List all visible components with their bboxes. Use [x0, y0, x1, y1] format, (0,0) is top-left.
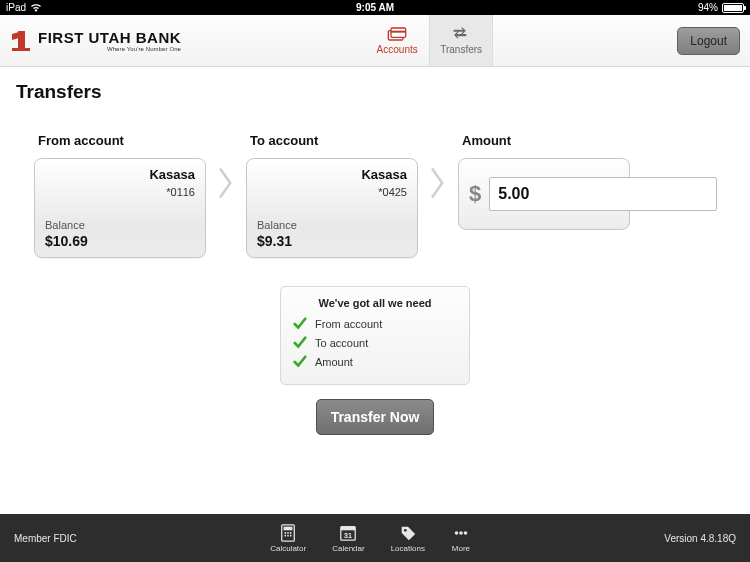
- to-label: To account: [250, 133, 418, 148]
- currency-symbol: $: [469, 181, 481, 207]
- amount-card: $: [458, 158, 630, 230]
- more-dots-icon: [451, 524, 471, 542]
- from-account-mask: *0116: [45, 186, 195, 198]
- brand-mark-icon: [10, 31, 34, 51]
- svg-point-15: [455, 531, 459, 535]
- cards-icon: [386, 26, 408, 42]
- bottom-toolbar: Member FDIC Calculator 31 Calendar Locat…: [0, 514, 750, 562]
- tool-label: Calendar: [332, 544, 364, 553]
- to-account-name: Kasasa: [257, 167, 407, 182]
- svg-point-7: [290, 532, 292, 534]
- device-label: iPad: [6, 2, 26, 13]
- check-icon: [293, 355, 307, 369]
- to-balance: $9.31: [257, 233, 407, 249]
- transfer-arrows-icon: [450, 26, 472, 42]
- from-balance: $10.69: [45, 233, 195, 249]
- svg-point-5: [285, 532, 287, 534]
- tab-accounts[interactable]: Accounts: [365, 15, 429, 66]
- from-balance-label: Balance: [45, 219, 195, 231]
- check-icon: [293, 336, 307, 350]
- to-balance-label: Balance: [257, 219, 407, 231]
- calendar-icon: 31: [338, 524, 358, 542]
- tool-label: Locations: [391, 544, 425, 553]
- summary-panel: We've got all we need From account To ac…: [280, 286, 470, 385]
- brand-name: FIRST UTAH BANK: [38, 30, 181, 45]
- from-account-card[interactable]: Kasasa *0116 Balance $10.69: [34, 158, 206, 258]
- svg-point-9: [287, 534, 289, 536]
- from-account-name: Kasasa: [45, 167, 195, 182]
- summary-item-label: Amount: [315, 356, 353, 368]
- tool-label: Calculator: [270, 544, 306, 553]
- tab-transfers[interactable]: Transfers: [429, 15, 493, 66]
- summary-item-from: From account: [293, 317, 457, 331]
- battery-icon: [722, 3, 744, 13]
- summary-item-to: To account: [293, 336, 457, 350]
- summary-item-amount: Amount: [293, 355, 457, 369]
- tab-transfers-label: Transfers: [440, 44, 482, 55]
- amount-label: Amount: [462, 133, 630, 148]
- svg-point-14: [404, 528, 407, 531]
- svg-rect-2: [391, 31, 406, 33]
- tool-label: More: [452, 544, 470, 553]
- tool-calculator[interactable]: Calculator: [270, 524, 306, 553]
- svg-text:31: 31: [344, 530, 352, 539]
- primary-tabs: Accounts Transfers: [365, 15, 493, 66]
- check-icon: [293, 317, 307, 331]
- tag-icon: [398, 524, 418, 542]
- svg-point-8: [285, 534, 287, 536]
- version-label: Version 4.8.18Q: [664, 533, 736, 544]
- tool-more[interactable]: More: [451, 524, 471, 553]
- wifi-icon: [30, 3, 42, 12]
- brand-tagline: Where You're Number One: [38, 46, 181, 52]
- calculator-icon: [278, 524, 298, 542]
- clock: 9:05 AM: [356, 2, 394, 13]
- tool-locations[interactable]: Locations: [391, 524, 425, 553]
- fdic-label: Member FDIC: [14, 533, 77, 544]
- summary-heading: We've got all we need: [293, 297, 457, 309]
- chevron-right-icon: [214, 133, 238, 233]
- transfer-now-button[interactable]: Transfer Now: [316, 399, 435, 435]
- tab-accounts-label: Accounts: [377, 44, 418, 55]
- tool-calendar[interactable]: 31 Calendar: [332, 524, 364, 553]
- chevron-right-icon: [426, 133, 450, 233]
- battery-percent: 94%: [698, 2, 718, 13]
- to-account-card[interactable]: Kasasa *0425 Balance $9.31: [246, 158, 418, 258]
- svg-point-10: [290, 534, 292, 536]
- svg-point-6: [287, 532, 289, 534]
- brand-logo: FIRST UTAH BANK Where You're Number One: [10, 15, 181, 66]
- svg-point-17: [464, 531, 468, 535]
- from-label: From account: [38, 133, 206, 148]
- to-account-mask: *0425: [257, 186, 407, 198]
- page-title: Transfers: [16, 81, 734, 103]
- summary-item-label: To account: [315, 337, 368, 349]
- ios-status-bar: iPad 9:05 AM 94%: [0, 0, 750, 15]
- svg-point-16: [459, 531, 463, 535]
- summary-item-label: From account: [315, 318, 382, 330]
- svg-rect-4: [284, 526, 293, 530]
- transfer-row: From account Kasasa *0116 Balance $10.69…: [16, 133, 734, 258]
- page-transfers: Transfers From account Kasasa *0116 Bala…: [0, 67, 750, 514]
- logout-button[interactable]: Logout: [677, 27, 740, 55]
- app-header: FIRST UTAH BANK Where You're Number One …: [0, 15, 750, 67]
- amount-input[interactable]: [489, 177, 717, 211]
